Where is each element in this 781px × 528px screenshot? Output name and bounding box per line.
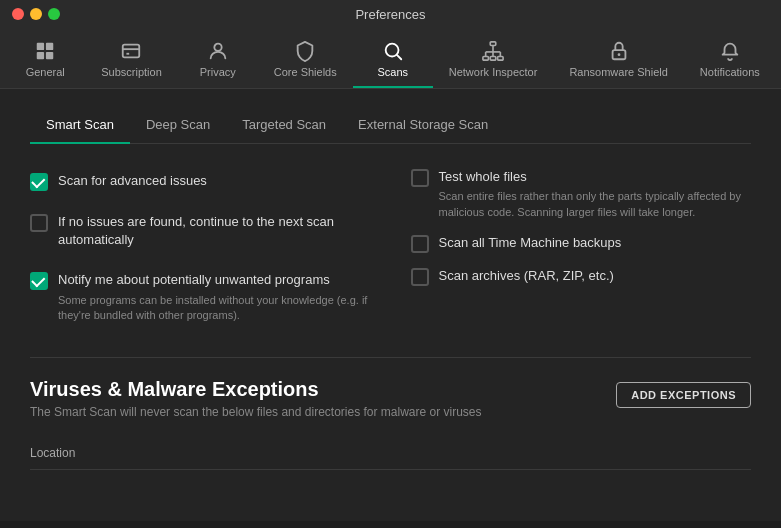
- svg-rect-2: [37, 52, 44, 59]
- svg-rect-10: [490, 42, 496, 46]
- nav-label-privacy: Privacy: [200, 66, 236, 78]
- right-settings-col: Test whole files Scan entire files rathe…: [411, 168, 752, 327]
- svg-rect-11: [483, 57, 489, 61]
- setting-test-whole-files: Test whole files Scan entire files rathe…: [411, 168, 752, 220]
- viruses-desc: The Smart Scan will never scan the below…: [30, 405, 482, 419]
- viruses-header: Viruses & Malware Exceptions The Smart S…: [30, 378, 751, 419]
- desc-test-whole-files: Scan entire files rather than only the p…: [439, 189, 752, 220]
- subscription-icon: [120, 40, 142, 62]
- nav-item-core-shields[interactable]: Core Shields: [258, 34, 353, 88]
- window-title: Preferences: [355, 7, 425, 22]
- tab-smart-scan[interactable]: Smart Scan: [30, 109, 130, 144]
- nav-label-core-shields: Core Shields: [274, 66, 337, 78]
- svg-rect-3: [46, 52, 53, 59]
- tab-deep-scan[interactable]: Deep Scan: [130, 109, 226, 144]
- setting-continue-next: If no issues are found, continue to the …: [30, 209, 371, 253]
- svg-line-9: [397, 55, 401, 59]
- nav-item-ransomware-shield[interactable]: Ransomware Shield: [553, 34, 683, 88]
- checkbox-scan-advanced[interactable]: [30, 173, 48, 191]
- privacy-icon: [207, 40, 229, 62]
- nav-label-general: General: [26, 66, 65, 78]
- core-shields-icon: [294, 40, 316, 62]
- setting-notify-unwanted: Notify me about potentially unwanted pro…: [30, 267, 371, 327]
- svg-rect-4: [123, 45, 140, 58]
- label-scan-time-machine: Scan all Time Machine backups: [439, 234, 752, 252]
- svg-rect-13: [498, 57, 504, 61]
- checkbox-scan-time-machine[interactable]: [411, 235, 429, 253]
- svg-rect-0: [37, 43, 44, 50]
- desc-notify-unwanted: Some programs can be installed without y…: [58, 293, 371, 324]
- setting-scan-advanced: Scan for advanced issues: [30, 168, 371, 195]
- nav-label-scans: Scans: [377, 66, 408, 78]
- checkbox-continue-next[interactable]: [30, 214, 48, 232]
- nav-label-notifications: Notifications: [700, 66, 760, 78]
- notifications-icon: [719, 40, 741, 62]
- nav-item-subscription[interactable]: Subscription: [85, 34, 178, 88]
- nav-label-network-inspector: Network Inspector: [449, 66, 538, 78]
- viruses-title: Viruses & Malware Exceptions: [30, 378, 482, 401]
- viruses-section: Viruses & Malware Exceptions The Smart S…: [30, 357, 751, 470]
- label-scan-advanced: Scan for advanced issues: [58, 172, 371, 190]
- ransomware-icon: [608, 40, 630, 62]
- subtab-bar: Smart Scan Deep Scan Targeted Scan Exter…: [30, 109, 751, 144]
- left-settings-col: Scan for advanced issues If no issues ar…: [30, 168, 371, 327]
- table-header: Location: [30, 435, 751, 470]
- settings-grid: Scan for advanced issues If no issues ar…: [30, 168, 751, 327]
- nav-label-ransomware-shield: Ransomware Shield: [569, 66, 667, 78]
- close-button[interactable]: [12, 8, 24, 20]
- location-column-header: Location: [30, 446, 75, 460]
- window-controls: [12, 8, 60, 20]
- svg-rect-12: [490, 57, 496, 61]
- network-icon: [482, 40, 504, 62]
- svg-point-7: [214, 44, 221, 51]
- svg-rect-1: [46, 43, 53, 50]
- setting-scan-time-machine: Scan all Time Machine backups: [411, 234, 752, 253]
- setting-scan-archives: Scan archives (RAR, ZIP, etc.): [411, 267, 752, 286]
- checkbox-test-whole-files[interactable]: [411, 169, 429, 187]
- scans-icon: [382, 40, 404, 62]
- label-scan-archives: Scan archives (RAR, ZIP, etc.): [439, 267, 752, 285]
- nav-item-network-inspector[interactable]: Network Inspector: [433, 34, 554, 88]
- add-exceptions-button[interactable]: ADD EXCEPTIONS: [616, 382, 751, 408]
- label-continue-next: If no issues are found, continue to the …: [58, 213, 371, 249]
- nav-label-subscription: Subscription: [101, 66, 162, 78]
- tab-targeted-scan[interactable]: Targeted Scan: [226, 109, 342, 144]
- svg-point-20: [617, 53, 620, 56]
- tab-external-storage-scan[interactable]: External Storage Scan: [342, 109, 504, 144]
- main-content: Smart Scan Deep Scan Targeted Scan Exter…: [0, 89, 781, 521]
- nav-item-privacy[interactable]: Privacy: [178, 34, 258, 88]
- nav-item-scans[interactable]: Scans: [353, 34, 433, 88]
- checkbox-notify-unwanted[interactable]: [30, 272, 48, 290]
- checkbox-scan-archives[interactable]: [411, 268, 429, 286]
- main-nav: General Subscription Privacy Core Shield…: [0, 28, 781, 89]
- maximize-button[interactable]: [48, 8, 60, 20]
- titlebar: Preferences: [0, 0, 781, 28]
- nav-item-general[interactable]: General: [5, 34, 85, 88]
- label-test-whole-files: Test whole files: [439, 168, 752, 186]
- minimize-button[interactable]: [30, 8, 42, 20]
- nav-item-notifications[interactable]: Notifications: [684, 34, 776, 88]
- general-icon: [34, 40, 56, 62]
- label-notify-unwanted: Notify me about potentially unwanted pro…: [58, 271, 371, 289]
